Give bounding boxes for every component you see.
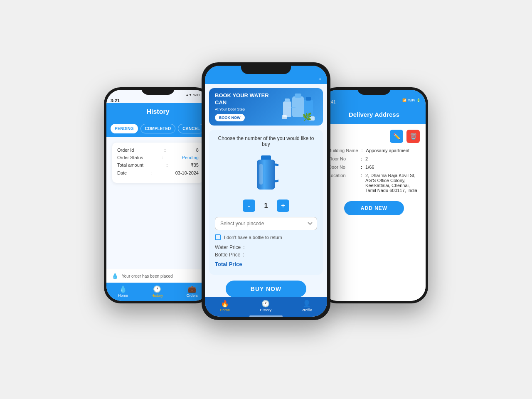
nav-orders[interactable]: 💼 Orders	[186, 286, 198, 298]
notification-text: Your order has been placed	[122, 274, 173, 278]
edit-icon: ✏️	[393, 133, 400, 140]
order-amount-row: Total amount : ₹35	[117, 163, 199, 168]
building-name-label: Building Name	[328, 148, 358, 153]
center-home-label: Home	[220, 308, 230, 312]
banner-cans-svg: 🌿	[280, 92, 317, 121]
right-status-icons: 📶WiFi🔋	[402, 95, 421, 102]
banner-subtitle: At Your Door Step	[215, 107, 280, 111]
banner-image: 🌿	[280, 92, 317, 121]
center-nav-history[interactable]: 🕐 History	[260, 300, 271, 312]
trash-icon: 🗑️	[410, 133, 417, 140]
order-id-label: Order Id	[117, 148, 134, 153]
action-icons: ✏️ 🗑️	[328, 130, 420, 143]
nav-history-label: History	[151, 293, 163, 298]
door-no-label: Door No	[328, 165, 357, 170]
door-no-row: Door No : 1/66	[328, 165, 420, 170]
quantity-value: 1	[262, 202, 270, 209]
bottle-svg	[254, 152, 278, 194]
left-phone: 3:21 ▲▼WiFi🔋 History PENDING COMPLETED C…	[104, 87, 212, 303]
tab-pending[interactable]: PENDING	[111, 124, 138, 133]
delivery-content: ✏️ 🗑️ Building Name : Apposamy apartment…	[323, 124, 426, 301]
center-history-icon: 🕐	[261, 300, 270, 307]
left-phone-time: 3:21	[106, 90, 120, 103]
svg-rect-4	[306, 97, 311, 101]
location-label: Location	[328, 173, 357, 193]
svg-rect-13	[259, 164, 263, 185]
svg-rect-6	[285, 99, 290, 102]
svg-rect-7	[282, 115, 287, 119]
water-price-label: Water Price	[215, 244, 241, 250]
left-bottom-nav: 💧 Home 🕐 History 💼 Orders	[106, 283, 209, 301]
buy-now-button[interactable]: BUY NOW	[226, 281, 306, 297]
history-content: Order Id : 8 Order Status : Pending Tota…	[106, 137, 209, 269]
right-phone: 9:41 📶WiFi🔋 Delivery Address ✏️ 🗑️	[320, 87, 428, 303]
order-id-row: Order Id : 8	[117, 148, 199, 153]
svg-rect-5	[283, 101, 291, 117]
bottle-price-row: Bottle Price :	[215, 252, 317, 258]
floor-no-label: Floor No	[328, 156, 357, 161]
order-amount-value: ₹35	[191, 163, 199, 168]
bottle-price-colon: :	[243, 252, 244, 258]
center-bottom-nav: 🔥 Home 🕐 History 👤 Profile	[205, 297, 327, 314]
order-date-label: Date	[117, 170, 127, 175]
order-date-row: Date : 03-10-2024	[117, 170, 199, 175]
order-status-label: Order Status	[117, 155, 143, 160]
nav-history[interactable]: 🕐 History	[151, 286, 163, 298]
delivery-header: Delivery Address	[323, 104, 426, 124]
history-header: History	[106, 103, 209, 121]
main-banner: BOOK YOUR WATER CAN At Your Door Step BO…	[209, 88, 323, 126]
bottle-return-checkbox[interactable]	[215, 234, 221, 240]
order-section: Choose the number of the you would like …	[209, 130, 323, 275]
orders-icon: 💼	[188, 286, 196, 293]
order-date-value: 03-10-2024	[175, 170, 199, 175]
center-profile-icon: 👤	[303, 300, 311, 307]
pincode-select[interactable]: Select your pincode	[215, 217, 317, 230]
tab-completed[interactable]: COMPLETED	[140, 124, 176, 133]
bottle-price-label: Bottle Price	[215, 252, 240, 258]
building-name-row: Building Name : Apposamy apartment	[328, 148, 420, 153]
center-menu-icon: ≡	[319, 77, 321, 81]
notification-icon: 💧	[111, 273, 118, 279]
floor-no-row: Floor No : 2	[328, 156, 420, 161]
edit-address-button[interactable]: ✏️	[390, 130, 403, 143]
delete-address-button[interactable]: 🗑️	[406, 130, 420, 143]
banner-text: BOOK YOUR WATER CAN At Your Door Step BO…	[215, 92, 280, 122]
banner-title: BOOK YOUR WATER CAN	[215, 92, 280, 106]
nav-orders-label: Orders	[186, 293, 198, 298]
floor-no-value: 2	[365, 156, 420, 161]
total-price-row: Total Price	[215, 259, 317, 267]
home-icon: 💧	[119, 286, 127, 293]
tab-cancel[interactable]: CANCEL	[178, 124, 204, 133]
center-nav-profile[interactable]: 👤 Profile	[301, 300, 312, 312]
svg-rect-1	[295, 94, 301, 98]
svg-text:🌿: 🌿	[303, 112, 312, 121]
center-nav-home[interactable]: 🔥 Home	[220, 300, 230, 312]
home-indicator	[205, 314, 327, 317]
nav-home-label: Home	[118, 293, 128, 298]
order-card: Order Id : 8 Order Status : Pending Tota…	[112, 143, 204, 183]
location-row: Location : 2, Dharma Raja Kovil St, AG'S…	[328, 173, 420, 193]
order-prompt: Choose the number of the you would like …	[215, 135, 317, 147]
total-price-label: Total Price	[215, 261, 242, 267]
center-home-icon: 🔥	[221, 300, 229, 307]
building-name-value: Apposamy apartment	[366, 148, 420, 153]
water-price-colon: :	[243, 244, 244, 250]
notification-bar: 💧 Your order has been placed	[106, 269, 209, 283]
center-profile-label: Profile	[301, 308, 312, 312]
add-new-address-button[interactable]: ADD NEW	[344, 201, 404, 215]
order-amount-label: Total amount	[117, 163, 143, 168]
location-value: 2, Dharma Raja Kovil St, AG'S Office Col…	[365, 173, 420, 193]
bottle-return-label: I don't have a bottle to return	[224, 235, 282, 240]
banner-book-btn[interactable]: BOOK NOW	[215, 114, 245, 121]
order-id-value: 8	[196, 148, 199, 153]
nav-home[interactable]: 💧 Home	[118, 286, 128, 298]
history-tabs: PENDING COMPLETED CANCEL	[106, 121, 209, 137]
water-price-row: Water Price :	[215, 244, 317, 250]
door-no-value: 1/66	[365, 165, 420, 170]
history-title: History	[106, 106, 209, 116]
increase-button[interactable]: +	[277, 200, 289, 212]
scene: 3:21 ▲▼WiFi🔋 History PENDING COMPLETED C…	[79, 54, 453, 345]
quantity-counter: - 1 +	[215, 200, 317, 212]
decrease-button[interactable]: -	[243, 200, 255, 212]
order-status-value: Pending	[182, 155, 199, 160]
